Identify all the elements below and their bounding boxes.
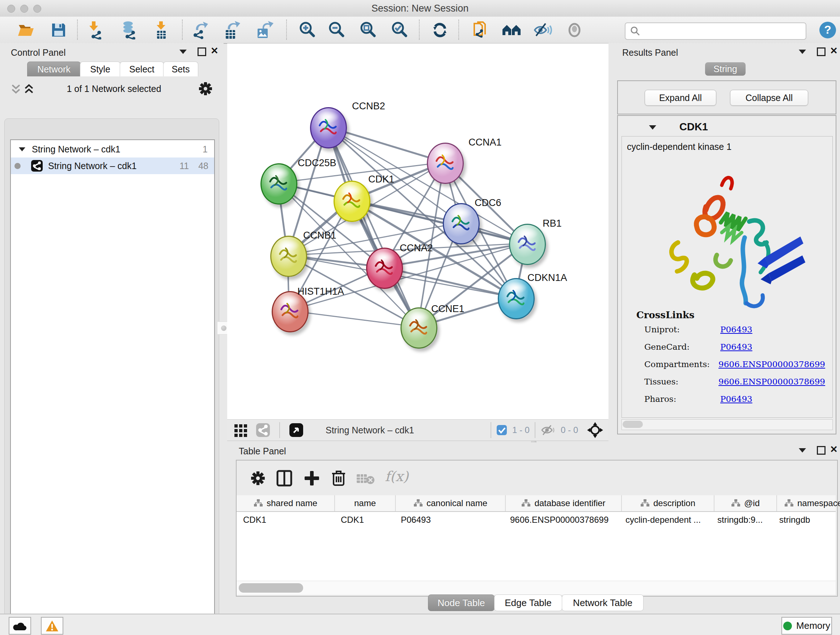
expand-all-button[interactable]: Expand All — [645, 90, 716, 106]
node-CCNA2[interactable] — [366, 248, 403, 289]
crosslink-row: GeneCard:P06493 — [644, 342, 825, 352]
first-neighbors-icon[interactable] — [501, 21, 523, 39]
close-panel-icon[interactable]: ✕ — [830, 45, 838, 57]
tab-network-table[interactable]: Network Table — [562, 594, 644, 611]
copy-network-icon[interactable] — [470, 21, 492, 39]
export-image-icon[interactable] — [253, 21, 275, 39]
viewbar-separator — [491, 422, 491, 438]
crosslink-link[interactable]: 9606.ENSP00000378699 — [718, 359, 825, 369]
column-header-description[interactable]: description — [622, 495, 714, 511]
table-panel: Table Panel ✕ f(x) shared namenamecanoni… — [224, 442, 840, 614]
save-session-icon[interactable] — [48, 21, 69, 39]
column-header-canonical-name[interactable]: canonical name — [396, 495, 506, 511]
column-header--id[interactable]: @id — [714, 495, 777, 511]
node-HIST1H1A[interactable] — [272, 291, 309, 333]
close-panel-icon[interactable]: ✕ — [830, 444, 838, 455]
cloud-button[interactable] — [9, 617, 31, 635]
hide-selected-icon[interactable] — [532, 21, 554, 39]
node-CCNA1[interactable] — [427, 143, 464, 184]
node-CCNB2[interactable] — [310, 107, 347, 149]
column-header-shared-name[interactable]: shared name — [237, 495, 335, 511]
zoom-selected-icon[interactable] — [389, 21, 411, 39]
node-CCNB1[interactable] — [270, 236, 307, 277]
tab-style[interactable]: Style — [80, 62, 120, 76]
network-row-selected[interactable]: String Network – cdk1 11 48 — [11, 157, 214, 174]
tab-select[interactable]: Select — [120, 62, 164, 76]
selected-counter: 1 - 0 — [512, 425, 530, 435]
cell-description[interactable]: cyclin-dependent ... — [619, 512, 711, 528]
cell-namespace[interactable]: stringdb — [773, 512, 840, 528]
float-panel-icon[interactable] — [799, 50, 806, 54]
node-label-CDC6: CDC6 — [475, 197, 501, 209]
results-hscrollbar-thumb[interactable] — [622, 421, 643, 428]
open-session-icon[interactable] — [15, 21, 36, 39]
cell-canonical-name[interactable]: P06493 — [394, 512, 504, 528]
network-options-gear-icon[interactable] — [198, 81, 213, 96]
import-table-file-icon[interactable] — [150, 21, 172, 39]
fit-content-crosshair-icon[interactable] — [587, 422, 603, 439]
cell--id[interactable]: stringdb:9... — [711, 512, 773, 528]
cell-database-identifier[interactable]: 9606.ENSP00000378699 — [504, 512, 619, 528]
collection-expand-icon[interactable] — [19, 147, 25, 151]
tab-network[interactable]: Network — [27, 62, 81, 76]
crosslink-link[interactable]: P06493 — [720, 325, 752, 334]
close-panel-icon[interactable]: ✕ — [210, 45, 218, 57]
tab-node-table[interactable]: Node Table — [428, 594, 494, 611]
node-RB1[interactable] — [509, 224, 546, 265]
column-header-database-identifier[interactable]: database identifier — [506, 495, 622, 511]
crosslink-label: GeneCard: — [644, 342, 720, 352]
memory-button[interactable]: Memory — [782, 617, 832, 635]
node-CDC6[interactable] — [443, 203, 480, 244]
column-header-name[interactable]: name — [335, 495, 396, 511]
help-icon[interactable]: ? — [817, 21, 838, 39]
maximize-panel-icon[interactable] — [197, 48, 206, 56]
warnings-button[interactable] — [41, 617, 63, 635]
toolbar-separator — [458, 19, 459, 40]
float-panel-icon[interactable] — [799, 448, 806, 453]
share-view-icon-disabled[interactable] — [256, 423, 271, 438]
import-network-file-icon[interactable] — [84, 21, 106, 39]
export-table-icon[interactable] — [221, 21, 242, 39]
crosslink-link[interactable]: 9606.ENSP00000378699 — [718, 377, 825, 386]
node-table-row[interactable]: CDK1CDK1P064939606.ENSP00000378699cyclin… — [237, 512, 836, 528]
create-column-plus-icon[interactable] — [304, 470, 320, 486]
zoom-fit-icon[interactable] — [358, 21, 379, 39]
zoom-in-icon[interactable] — [297, 21, 319, 39]
cytoscape-window: Session: New Session — [0, 0, 840, 635]
zoom-out-icon[interactable] — [326, 21, 348, 39]
birdseye-view-icon[interactable] — [289, 423, 304, 438]
maximize-panel-icon[interactable] — [817, 446, 826, 455]
expand-all-icon[interactable] — [24, 83, 40, 96]
protein-detail-box: cyclin-dependent kinase 1 — [622, 136, 833, 418]
table-hscrollbar[interactable] — [237, 581, 836, 595]
refresh-icon[interactable] — [429, 21, 451, 39]
search-input[interactable] — [644, 26, 806, 36]
node-CDKN1A[interactable] — [498, 278, 535, 319]
crosslink-link[interactable]: P06493 — [720, 342, 752, 352]
cell-name[interactable]: CDK1 — [334, 512, 394, 528]
collapse-all-button[interactable]: Collapse All — [730, 90, 808, 106]
maximize-panel-icon[interactable] — [817, 48, 826, 56]
show-columns-icon[interactable] — [276, 470, 292, 486]
delete-column-trash-icon[interactable] — [331, 469, 347, 486]
export-network-icon[interactable] — [189, 21, 211, 39]
results-hscrollbar[interactable] — [622, 419, 833, 430]
tab-string[interactable]: String — [705, 62, 745, 76]
table-hscrollbar-thumb[interactable] — [239, 583, 303, 593]
table-gear-icon[interactable] — [250, 470, 265, 486]
tab-edge-table[interactable]: Edge Table — [494, 594, 562, 611]
import-network-database-icon[interactable] — [118, 21, 140, 39]
crosslink-link[interactable]: P06493 — [720, 394, 752, 404]
grid-view-icon[interactable] — [234, 423, 248, 437]
network-collection-row[interactable]: String Network – cdk1 1 — [11, 141, 214, 157]
float-panel-icon[interactable] — [180, 50, 187, 54]
column-header-namespace[interactable]: namespace — [777, 495, 840, 511]
show-all-icon[interactable] — [564, 21, 585, 39]
node-CDC25B[interactable] — [261, 163, 297, 204]
cell-shared-name[interactable]: CDK1 — [237, 512, 334, 528]
protein-collapse-icon[interactable] — [649, 125, 656, 130]
tab-sets[interactable]: Sets — [163, 62, 198, 76]
selected-checkbox-icon[interactable] — [496, 424, 507, 435]
node-CDK1[interactable] — [333, 181, 370, 222]
network-canvas[interactable]: CCNB2 CCNA1 CDC25B CDK1 — [227, 43, 608, 419]
